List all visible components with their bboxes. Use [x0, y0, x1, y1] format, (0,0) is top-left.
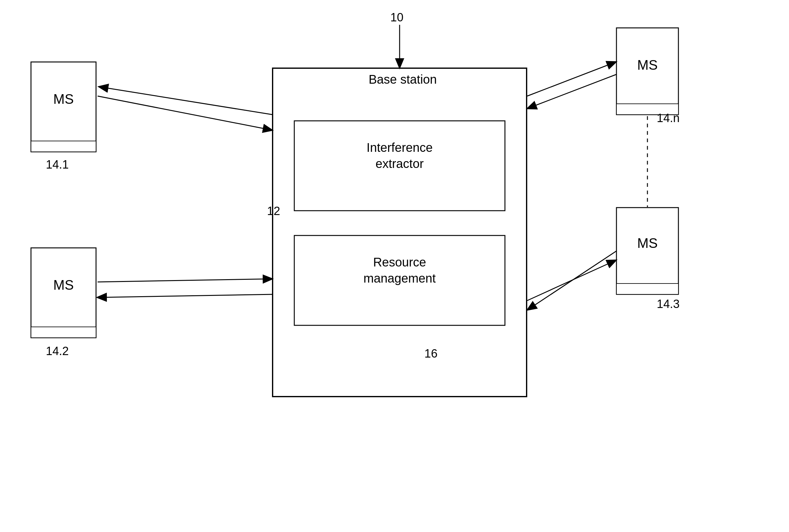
- svg-rect-5: [31, 248, 96, 338]
- svg-line-14: [98, 279, 272, 282]
- svg-rect-4: [31, 141, 96, 152]
- diagram: 10 Base station Interferenceextractor 12…: [0, 0, 789, 532]
- ms1-label: MS: [48, 91, 79, 107]
- ref-141-label: 14.1: [46, 158, 69, 171]
- ref-14n-label: 14.n: [657, 112, 680, 125]
- ref-16-label: 16: [424, 347, 437, 360]
- svg-line-12: [99, 87, 273, 115]
- svg-rect-6: [31, 327, 96, 338]
- svg-line-13: [98, 96, 272, 130]
- svg-rect-0: [273, 68, 526, 397]
- svg-line-20: [527, 260, 616, 301]
- msn-label: MS: [632, 57, 663, 73]
- resource-management-label: Resourcemanagement: [297, 254, 502, 286]
- ref-142-label: 14.2: [46, 345, 69, 358]
- svg-line-15: [98, 294, 273, 298]
- ref-12-label: 12: [267, 205, 280, 218]
- svg-rect-9: [616, 208, 678, 294]
- svg-line-17: [527, 62, 616, 96]
- base-station-label: Base station: [310, 71, 496, 88]
- interference-extractor-label: Interferenceextractor: [297, 139, 502, 172]
- ref-143-label: 14.3: [657, 298, 680, 311]
- ms2-label: MS: [48, 277, 79, 293]
- ref-10-label: 10: [390, 11, 403, 24]
- ms3-label: MS: [632, 235, 663, 251]
- svg-rect-3: [31, 62, 96, 152]
- svg-line-16: [527, 74, 616, 109]
- svg-rect-10: [616, 284, 678, 294]
